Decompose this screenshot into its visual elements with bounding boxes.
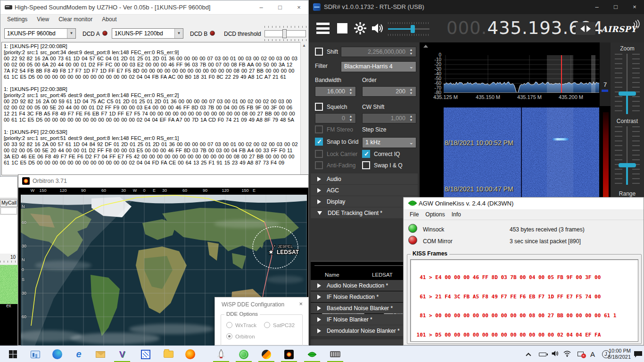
menu-clear-monitor[interactable]: Clear monitor: [55, 15, 96, 25]
squelch-field[interactable]: 0▲▼: [315, 113, 356, 123]
spectrum-display[interactable]: 0 -10 -20 -30 -40 -50 -60 -70 -80: [420, 42, 611, 106]
frequency-step-buttons[interactable]: [576, 22, 595, 35]
tray-notifications[interactable]: [634, 346, 642, 362]
taskbar-soundmodem-icon[interactable]: [326, 346, 344, 362]
contrast-slider-handle[interactable]: [619, 163, 636, 167]
taskbar-mail-icon[interactable]: [91, 346, 109, 362]
tuning-band[interactable]: [547, 55, 573, 93]
dcd-threshold-slider[interactable]: [264, 26, 307, 41]
section-audio[interactable]: Audio: [311, 173, 418, 184]
section-if-noise-reduction[interactable]: IF Noise Reduction *: [311, 291, 418, 302]
filter-select[interactable]: Blackman-Harris 4⌄: [341, 61, 416, 72]
zoom-slider[interactable]: [611, 54, 644, 114]
tray-volume[interactable]: [549, 346, 561, 362]
correct-iq-checkbox[interactable]: [362, 150, 370, 158]
taskbar-globe-icon[interactable]: [235, 346, 253, 362]
collapse-arrow-icon[interactable]: [423, 45, 428, 48]
section-agc[interactable]: AGC: [311, 185, 418, 196]
bandwidth-field[interactable]: 16,000▲▼: [315, 86, 356, 97]
spinner[interactable]: ▲▼: [407, 88, 415, 95]
taskbar-edge-icon[interactable]: [48, 346, 66, 362]
radio-wxtrack[interactable]: WxTrack: [226, 322, 256, 328]
gear-icon[interactable]: [354, 22, 366, 34]
section-demodulator-noise-blanker[interactable]: Demodulator Noise Blanker *: [311, 325, 418, 336]
orbitron-titlebar[interactable]: Orbitron 3.71: [18, 175, 308, 188]
squelch-checkbox[interactable]: [315, 103, 323, 111]
anti-fading-checkbox[interactable]: [315, 161, 323, 169]
taskbar-shuttle-icon[interactable]: [212, 346, 230, 362]
section-dde-tracking[interactable]: DDE Tracking Client *: [311, 207, 418, 218]
menu-options[interactable]: Options: [425, 209, 445, 220]
menu-file[interactable]: File: [410, 209, 419, 220]
tray-input-indicator[interactable]: A: [586, 346, 599, 362]
menu-view[interactable]: View: [33, 15, 53, 25]
shift-checkbox[interactable]: [315, 48, 323, 56]
spinner[interactable]: ▲▼: [407, 115, 415, 122]
kiss-frames-log[interactable]: 41 > E4 00 00 00 46 FF 8D 03 7B 00 04 00…: [410, 259, 638, 342]
section-display[interactable]: Display: [311, 196, 418, 207]
modem-a-select[interactable]: 1KUNS-PF 9600bd ▼: [4, 28, 76, 39]
tray-chevron[interactable]: [523, 346, 536, 362]
taskbar-onlinekiss-icon[interactable]: [303, 346, 321, 362]
start-button[interactable]: [4, 346, 22, 362]
spinner[interactable]: ▲▼: [407, 48, 415, 56]
cw-shift-field[interactable]: 1,000▲▼: [362, 113, 416, 123]
menu-icon[interactable]: [316, 23, 330, 34]
minimize-button[interactable]: –: [587, 0, 606, 14]
zoom-slider-handle[interactable]: [619, 91, 636, 96]
maximize-button[interactable]: □: [271, 0, 289, 14]
chevron-down-icon[interactable]: ▼: [174, 29, 183, 38]
close-icon[interactable]: ×: [299, 300, 303, 307]
volume-slider[interactable]: [388, 25, 429, 33]
section-partial[interactable]: [311, 339, 418, 346]
stop-button[interactable]: [337, 23, 347, 33]
slider-thumb[interactable]: [282, 29, 287, 38]
scroll-up-icon[interactable]: ▲: [301, 43, 307, 48]
tuning-band-edge[interactable]: [591, 55, 595, 93]
menu-settings[interactable]: Settings: [3, 15, 31, 25]
modem-b-select[interactable]: 1KUNS-PF 1200bd ▼: [112, 28, 183, 39]
agw-titlebar[interactable]: AGW OnlineKiss v. 2.4.4 (DK3WN): [404, 197, 644, 209]
soundmodem-titlebar[interactable]: High-Speed SoundModem by UZ7HO - Ver 0.0…: [0, 0, 308, 15]
maximize-button[interactable]: □: [606, 0, 625, 14]
taskbar-orbitron-icon[interactable]: [280, 346, 298, 362]
tray-battery[interactable]: [537, 346, 549, 362]
radio-satpc32[interactable]: SatPC32: [264, 322, 295, 328]
fm-stereo-checkbox[interactable]: [315, 125, 323, 133]
taskbar-xiu-editor-icon[interactable]: [137, 346, 155, 362]
shift-field[interactable]: 2,256,000,000▲▼: [341, 47, 416, 57]
taskbar-ie-icon[interactable]: e: [70, 346, 88, 362]
radio-orbitron[interactable]: Orbitron: [226, 333, 255, 339]
minimize-button[interactable]: –: [252, 0, 271, 14]
speaker-icon[interactable]: [371, 23, 383, 34]
mycall-input[interactable]: [0, 207, 17, 214]
taskbar-paint-v-icon[interactable]: V: [113, 346, 131, 362]
taskbar-firefox-icon[interactable]: [181, 346, 199, 362]
step-size-select[interactable]: 1 kHz⌄: [362, 137, 416, 148]
tray-clock[interactable]: 10:00 PM 8/18/2021: [608, 348, 631, 362]
menu-about[interactable]: About: [98, 15, 120, 25]
volume-handle[interactable]: [411, 25, 415, 33]
menu-info[interactable]: Info: [452, 209, 461, 220]
close-button[interactable]: ×: [625, 0, 644, 14]
close-button[interactable]: ×: [289, 0, 308, 14]
radio-icon[interactable]: [264, 322, 270, 328]
taskbar-presentation-icon[interactable]: [26, 346, 44, 362]
snap-to-grid-checkbox[interactable]: [315, 138, 323, 146]
section-if-noise-blanker[interactable]: IF Noise Blanker *: [311, 314, 418, 325]
contrast-slider[interactable]: [611, 126, 644, 185]
swap-iq-checkbox[interactable]: [362, 161, 370, 169]
radio-icon[interactable]: [226, 322, 232, 328]
spinner[interactable]: ▲▼: [347, 88, 355, 95]
tray-wifi[interactable]: [561, 346, 573, 362]
lock-carrier-checkbox[interactable]: [315, 150, 323, 158]
section-baseband-noise-blanker[interactable]: Baseband Noise Blanker *: [311, 303, 418, 313]
section-audio-noise-reduction[interactable]: Audio Noise Reduction *: [311, 280, 418, 291]
order-field[interactable]: 200▲▼: [362, 86, 416, 97]
spinner[interactable]: ▲▼: [347, 115, 355, 122]
taskbar-sdrsharp-icon[interactable]: [257, 346, 275, 362]
scrollbar[interactable]: ▲: [300, 42, 307, 175]
sdrsharp-titlebar[interactable]: SDR# v1.0.0.1732 - RTL-SDR (USB) – □ ×: [309, 0, 644, 14]
chevron-down-icon[interactable]: ▼: [67, 29, 75, 38]
taskbar-file-explorer-icon[interactable]: [159, 346, 177, 362]
